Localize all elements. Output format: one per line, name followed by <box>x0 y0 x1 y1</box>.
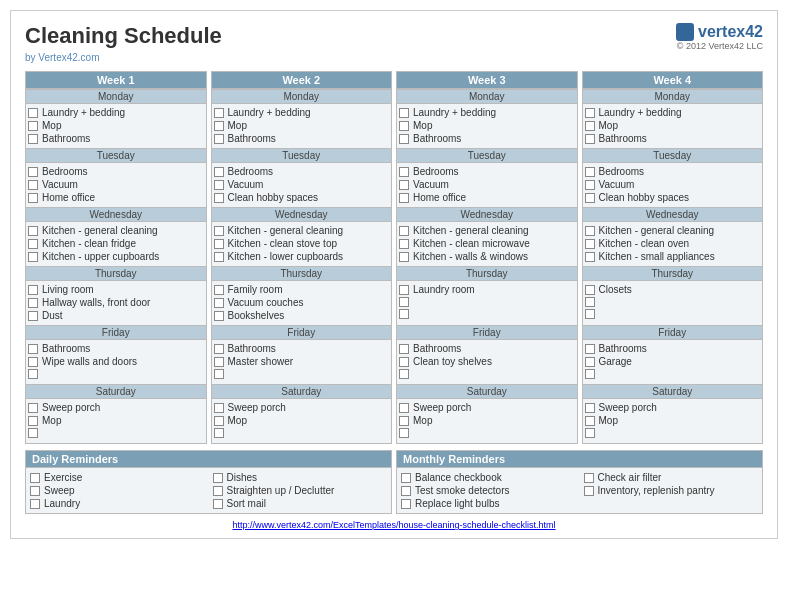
checkbox[interactable] <box>584 473 594 483</box>
checkbox[interactable] <box>584 486 594 496</box>
checkbox[interactable] <box>399 121 409 131</box>
task-item: Hallway walls, front door <box>28 296 202 309</box>
checkbox[interactable] <box>399 239 409 249</box>
checkbox[interactable] <box>28 357 38 367</box>
checkbox[interactable] <box>401 486 411 496</box>
day-header-w4-d4: Thursday <box>583 266 763 281</box>
checkbox[interactable] <box>401 473 411 483</box>
checkbox[interactable] <box>214 226 224 236</box>
checkbox[interactable] <box>399 297 409 307</box>
checkbox[interactable] <box>214 344 224 354</box>
checkbox[interactable] <box>399 108 409 118</box>
task-item: Mop <box>28 119 202 132</box>
checkbox[interactable] <box>28 285 38 295</box>
day-section-w1-d3: WednesdayKitchen - general cleaningKitch… <box>26 207 206 266</box>
task-item: Bathrooms <box>28 342 202 355</box>
checkbox[interactable] <box>585 416 595 426</box>
reminder-label: Sort mail <box>227 498 266 509</box>
checkbox[interactable] <box>585 344 595 354</box>
checkbox[interactable] <box>30 499 40 509</box>
checkbox[interactable] <box>399 180 409 190</box>
subtitle-link[interactable]: by Vertex42.com <box>25 52 99 63</box>
checkbox[interactable] <box>399 428 409 438</box>
checkbox[interactable] <box>585 180 595 190</box>
checkbox[interactable] <box>399 403 409 413</box>
task-item: Mop <box>585 414 759 427</box>
reminder-label: Exercise <box>44 472 82 483</box>
day-header-w2-d5: Friday <box>212 325 392 340</box>
checkbox[interactable] <box>30 473 40 483</box>
task-item: Kitchen - small appliances <box>585 250 759 263</box>
checkbox[interactable] <box>28 121 38 131</box>
checkbox[interactable] <box>399 309 409 319</box>
checkbox[interactable] <box>585 226 595 236</box>
checkbox[interactable] <box>214 357 224 367</box>
checkbox[interactable] <box>28 369 38 379</box>
checkbox[interactable] <box>585 369 595 379</box>
checkbox[interactable] <box>214 121 224 131</box>
task-list-w4-d3: Kitchen - general cleaningKitchen - clea… <box>583 222 763 266</box>
checkbox[interactable] <box>28 167 38 177</box>
checkbox[interactable] <box>214 403 224 413</box>
checkbox[interactable] <box>585 121 595 131</box>
checkbox[interactable] <box>213 499 223 509</box>
checkbox[interactable] <box>399 167 409 177</box>
checkbox[interactable] <box>585 428 595 438</box>
checkbox[interactable] <box>585 309 595 319</box>
checkbox[interactable] <box>214 134 224 144</box>
checkbox[interactable] <box>585 403 595 413</box>
checkbox[interactable] <box>214 298 224 308</box>
checkbox[interactable] <box>28 252 38 262</box>
checkbox[interactable] <box>28 226 38 236</box>
checkbox[interactable] <box>214 108 224 118</box>
checkbox[interactable] <box>399 252 409 262</box>
reminder-label: Inventory, replenish pantry <box>598 485 715 496</box>
checkbox[interactable] <box>399 369 409 379</box>
checkbox[interactable] <box>399 357 409 367</box>
checkbox[interactable] <box>28 403 38 413</box>
checkbox[interactable] <box>214 193 224 203</box>
task-label: Kitchen - walls & windows <box>413 251 528 262</box>
checkbox[interactable] <box>28 108 38 118</box>
checkbox[interactable] <box>399 344 409 354</box>
checkbox[interactable] <box>399 134 409 144</box>
checkbox[interactable] <box>28 416 38 426</box>
checkbox[interactable] <box>28 298 38 308</box>
checkbox[interactable] <box>585 108 595 118</box>
checkbox[interactable] <box>213 473 223 483</box>
checkbox[interactable] <box>214 252 224 262</box>
checkbox[interactable] <box>214 180 224 190</box>
checkbox[interactable] <box>214 167 224 177</box>
checkbox[interactable] <box>30 486 40 496</box>
checkbox[interactable] <box>585 134 595 144</box>
checkbox[interactable] <box>585 239 595 249</box>
checkbox[interactable] <box>585 193 595 203</box>
checkbox[interactable] <box>214 239 224 249</box>
checkbox[interactable] <box>585 285 595 295</box>
checkbox[interactable] <box>214 285 224 295</box>
checkbox[interactable] <box>28 311 38 321</box>
checkbox[interactable] <box>214 311 224 321</box>
checkbox[interactable] <box>399 226 409 236</box>
checkbox[interactable] <box>585 167 595 177</box>
checkbox[interactable] <box>28 239 38 249</box>
checkbox[interactable] <box>399 416 409 426</box>
checkbox[interactable] <box>28 344 38 354</box>
checkbox[interactable] <box>399 193 409 203</box>
checkbox[interactable] <box>401 499 411 509</box>
checkbox[interactable] <box>28 134 38 144</box>
checkbox[interactable] <box>28 193 38 203</box>
checkbox[interactable] <box>585 252 595 262</box>
checkbox[interactable] <box>28 180 38 190</box>
checkbox[interactable] <box>399 285 409 295</box>
checkbox[interactable] <box>585 357 595 367</box>
bottom-section: Daily Reminders ExerciseSweepLaundry Dis… <box>25 450 763 514</box>
checkbox[interactable] <box>213 486 223 496</box>
checkbox[interactable] <box>28 428 38 438</box>
footer-link[interactable]: http://www.vertex42.com/ExcelTemplates/h… <box>232 520 555 530</box>
checkbox[interactable] <box>214 416 224 426</box>
checkbox[interactable] <box>585 297 595 307</box>
task-item: Laundry + bedding <box>585 106 759 119</box>
checkbox[interactable] <box>214 369 224 379</box>
checkbox[interactable] <box>214 428 224 438</box>
